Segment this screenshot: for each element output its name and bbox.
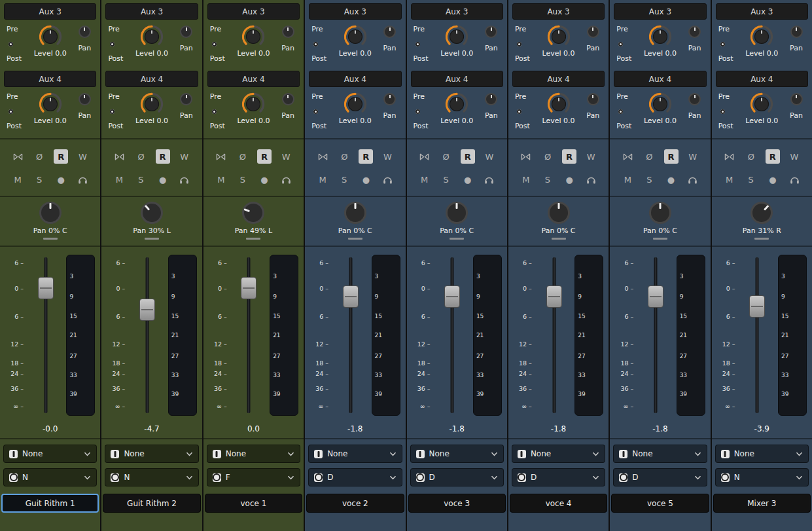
fader-track[interactable]	[451, 257, 454, 413]
pre-post-radio-dot[interactable]	[415, 109, 420, 114]
aux-pan-knob[interactable]	[180, 26, 192, 38]
aux-pan-knob[interactable]	[790, 26, 803, 38]
gain-value[interactable]: -4.7	[101, 420, 202, 438]
aux-level-knob[interactable]	[37, 91, 63, 117]
polarity-invert-button[interactable]: Ø	[540, 149, 555, 164]
solo-button[interactable]: S	[439, 172, 453, 187]
pre-post-toggle[interactable]: Pre Post	[310, 24, 332, 63]
channel-name-button[interactable]: voce 3	[408, 494, 506, 513]
phase-button[interactable]	[519, 149, 533, 164]
input-selector[interactable]: None	[207, 445, 300, 463]
channel-name-button[interactable]: Guit Rithm 2	[103, 494, 200, 513]
listen-button[interactable]	[381, 172, 395, 187]
phase-button[interactable]	[214, 149, 228, 164]
output-selector[interactable]: N	[715, 468, 809, 486]
volume-fader[interactable]	[25, 247, 66, 420]
mute-button[interactable]: M	[722, 172, 737, 187]
polarity-invert-button[interactable]: Ø	[439, 149, 453, 164]
record-arm-button[interactable]: ●	[359, 172, 373, 187]
mute-button[interactable]: M	[315, 172, 330, 187]
pre-post-toggle[interactable]: Pre Post	[5, 24, 27, 63]
volume-fader[interactable]	[432, 247, 473, 420]
gain-value[interactable]: -0.0	[0, 420, 100, 438]
polarity-invert-button[interactable]: Ø	[337, 149, 351, 164]
pre-post-toggle[interactable]: Pre Post	[209, 91, 231, 130]
aux-level-knob[interactable]	[444, 24, 470, 50]
listen-button[interactable]	[482, 172, 497, 187]
pan-knob[interactable]	[446, 202, 468, 224]
fader-handle[interactable]	[444, 285, 460, 308]
aux-pan-knob[interactable]	[180, 93, 192, 105]
aux-send-name-button[interactable]: Aux 4	[512, 71, 605, 87]
output-selector[interactable]: F	[207, 468, 300, 486]
aux-level-knob[interactable]	[444, 91, 470, 117]
aux-pan-knob[interactable]	[282, 26, 294, 38]
record-arm-button[interactable]: ●	[54, 172, 68, 187]
output-selector[interactable]: D	[613, 468, 707, 486]
aux-pan-knob[interactable]	[688, 26, 701, 38]
automation-read-button[interactable]: R	[766, 149, 780, 164]
fader-track[interactable]	[654, 257, 657, 413]
channel-name-button[interactable]: voce 4	[510, 494, 607, 513]
aux-pan-knob[interactable]	[383, 26, 396, 38]
polarity-invert-button[interactable]: Ø	[134, 149, 149, 164]
fader-handle[interactable]	[546, 285, 562, 308]
output-selector[interactable]: D	[308, 468, 402, 486]
aux-pan-knob[interactable]	[688, 93, 701, 105]
pan-knob[interactable]	[39, 202, 62, 224]
pan-knob[interactable]	[136, 197, 168, 229]
record-arm-button[interactable]: ●	[156, 172, 170, 187]
fader-handle[interactable]	[241, 277, 256, 299]
pan-width-indicator[interactable]	[145, 238, 159, 240]
aux-level-knob[interactable]	[342, 91, 368, 117]
pre-post-radio-dot[interactable]	[313, 109, 318, 114]
pre-post-radio-dot[interactable]	[9, 42, 13, 46]
aux-send-name-button[interactable]: Aux 3	[716, 3, 808, 20]
volume-fader[interactable]	[635, 247, 676, 420]
pre-post-radio-dot[interactable]	[720, 42, 725, 46]
fader-handle[interactable]	[648, 285, 663, 308]
aux-send-name-button[interactable]: Aux 3	[207, 3, 300, 20]
pre-post-toggle[interactable]: Pre Post	[717, 24, 739, 63]
aux-pan-knob[interactable]	[79, 26, 91, 38]
aux-level-knob[interactable]	[240, 24, 266, 50]
solo-button[interactable]: S	[642, 172, 656, 187]
pre-post-toggle[interactable]: Pre Post	[412, 91, 434, 130]
record-arm-button[interactable]: ●	[461, 172, 475, 187]
fader-handle[interactable]	[139, 299, 155, 321]
volume-fader[interactable]	[126, 247, 168, 420]
output-selector[interactable]: D	[410, 468, 504, 486]
phase-button[interactable]	[315, 149, 330, 164]
polarity-invert-button[interactable]: Ø	[642, 149, 656, 164]
gain-value[interactable]: -1.8	[407, 420, 507, 438]
aux-pan-knob[interactable]	[485, 26, 497, 38]
automation-write-button[interactable]: W	[177, 149, 192, 164]
pre-post-radio-dot[interactable]	[517, 42, 521, 46]
automation-read-button[interactable]: R	[54, 149, 68, 164]
pre-post-radio-dot[interactable]	[720, 109, 725, 114]
pan-width-indicator[interactable]	[246, 238, 260, 240]
automation-write-button[interactable]: W	[75, 149, 90, 164]
automation-write-button[interactable]: W	[584, 149, 598, 164]
gain-value[interactable]: -1.8	[610, 420, 710, 438]
aux-send-name-button[interactable]: Aux 3	[614, 3, 706, 20]
listen-button[interactable]	[787, 172, 802, 187]
channel-name-button[interactable]: Guit Rithm 1	[1, 494, 99, 513]
aux-level-knob[interactable]	[749, 24, 775, 50]
aux-send-name-button[interactable]: Aux 3	[4, 3, 96, 20]
output-selector[interactable]: N	[3, 468, 97, 486]
pre-post-toggle[interactable]: Pre Post	[412, 24, 434, 63]
fader-track[interactable]	[552, 257, 556, 413]
aux-level-knob[interactable]	[647, 91, 673, 117]
fader-handle[interactable]	[38, 277, 54, 299]
record-arm-button[interactable]: ●	[664, 172, 679, 187]
phase-button[interactable]	[10, 149, 25, 164]
aux-level-knob[interactable]	[546, 91, 572, 117]
automation-write-button[interactable]: W	[482, 149, 497, 164]
pre-post-toggle[interactable]: Pre Post	[615, 24, 637, 63]
channel-name-button[interactable]: Mixer 3	[713, 494, 811, 513]
aux-level-knob[interactable]	[240, 91, 266, 117]
aux-send-name-button[interactable]: Aux 4	[4, 71, 96, 87]
fader-track[interactable]	[146, 257, 149, 413]
pre-post-toggle[interactable]: Pre Post	[5, 91, 27, 130]
